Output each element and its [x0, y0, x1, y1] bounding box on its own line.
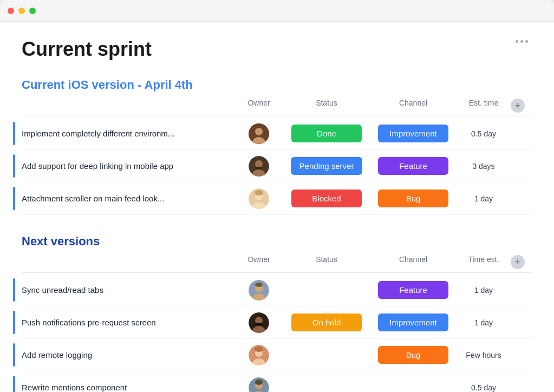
- avatar: [249, 377, 269, 393]
- next-table: Owner Status Channel Time est. + Sync un…: [22, 255, 532, 392]
- time-cell: 1 day: [457, 318, 511, 327]
- svg-rect-6: [255, 167, 263, 169]
- status-badge: On hold: [291, 313, 362, 331]
- ios-section-header: Current iOS version - April 4th: [22, 78, 532, 92]
- col-header-owner-2: Owner: [234, 255, 283, 269]
- svg-point-22: [255, 347, 263, 352]
- col-header-channel-1: Channel: [370, 99, 457, 113]
- channel-cell: Improvement: [370, 125, 457, 142]
- channel-badge: Bug: [378, 190, 448, 207]
- channel-badge: Improvement: [378, 125, 448, 142]
- col-header-task: [22, 99, 234, 113]
- time-cell: 3 days: [457, 162, 511, 171]
- row-title: Rewrite mentions component: [22, 383, 234, 392]
- channel-cell: Feature: [370, 157, 457, 175]
- more-options-button[interactable]: [511, 38, 532, 45]
- status-badge: Done: [291, 125, 362, 142]
- status-cell: On hold: [283, 313, 370, 331]
- next-section-title: Next versions: [22, 234, 100, 249]
- table-row: Add support for deep linking in mobile a…: [22, 150, 532, 182]
- row-title: Sync unread/read tabs: [22, 285, 234, 295]
- channel-cell: Bug: [370, 346, 457, 364]
- svg-rect-18: [255, 323, 263, 325]
- col-header-status-1: Status: [283, 99, 370, 113]
- table-row: Implement completely different environm.…: [22, 117, 532, 150]
- row-title: Add remote logging: [22, 350, 234, 360]
- time-cell: 0.5 day: [457, 383, 511, 392]
- page-title: Current sprint: [22, 38, 152, 61]
- col-header-time-1: Est. time: [457, 99, 511, 113]
- next-col-headers: Owner Status Channel Time est. +: [22, 255, 532, 273]
- add-row-button-next[interactable]: +: [511, 255, 525, 269]
- owner-cell: [234, 188, 283, 209]
- time-cell: 1 day: [457, 286, 511, 295]
- ios-table: Owner Status Channel Est. time + Impleme…: [22, 99, 532, 215]
- maximize-button[interactable]: [29, 8, 36, 14]
- ios-section-title: Current iOS version - April 4th: [22, 78, 193, 92]
- table-row: Add remote logging: [22, 339, 532, 371]
- status-badge: Blocked: [291, 190, 362, 207]
- status-cell: Blocked: [283, 190, 370, 207]
- table-row: Push notifications pre-request screen: [22, 306, 532, 339]
- svg-point-4: [255, 160, 263, 168]
- svg-point-10: [255, 190, 263, 195]
- add-row-button-ios[interactable]: +: [511, 99, 525, 113]
- row-title: Attachment scroller on main feed look...: [22, 194, 234, 203]
- col-header-time-2: Time est.: [457, 255, 511, 269]
- owner-cell: [234, 280, 283, 300]
- col-header-status-2: Status: [283, 255, 370, 269]
- row-title: Implement completely different environm.…: [22, 129, 234, 138]
- channel-badge: Feature: [378, 157, 448, 175]
- main-content: Current sprint Current iOS version - Apr…: [0, 22, 554, 392]
- channel-badge: Feature: [378, 281, 448, 299]
- time-cell: 1 day: [457, 194, 511, 203]
- status-badge: Pending server: [291, 157, 363, 175]
- ios-section: Current iOS version - April 4th Owner St…: [22, 78, 532, 215]
- ios-col-headers: Owner Status Channel Est. time +: [22, 99, 532, 116]
- status-cell: Pending server: [283, 157, 370, 175]
- svg-point-1: [255, 128, 263, 135]
- time-cell: 0.5 day: [457, 129, 511, 138]
- row-title: Add support for deep linking in mobile a…: [22, 161, 234, 171]
- next-section-header: Next versions: [22, 234, 532, 249]
- owner-cell: [234, 156, 283, 177]
- col-header-channel-2: Channel: [370, 255, 457, 269]
- table-row: Rewrite mentions component: [22, 371, 532, 392]
- avatar: [249, 188, 269, 209]
- owner-cell: [234, 123, 283, 144]
- time-cell: Few hours: [457, 351, 511, 360]
- owner-cell: [234, 312, 283, 333]
- channel-cell: Feature: [370, 281, 457, 299]
- avatar: [249, 156, 269, 177]
- close-button[interactable]: [8, 8, 14, 14]
- table-row: Attachment scroller on main feed look...: [22, 182, 532, 215]
- col-header-owner-1: Owner: [234, 99, 283, 113]
- title-bar: [0, 0, 554, 22]
- avatar: [249, 345, 269, 365]
- channel-cell: Improvement: [370, 313, 457, 331]
- avatar: [249, 312, 269, 333]
- avatar: [249, 123, 269, 144]
- col-header-task-2: [22, 255, 234, 269]
- owner-cell: [234, 377, 283, 393]
- minimize-button[interactable]: [18, 8, 25, 14]
- next-section: Next versions Owner Status Channel Time …: [22, 234, 532, 392]
- table-row: Sync unread/read tabs: [22, 274, 532, 306]
- avatar: [249, 280, 269, 300]
- channel-badge: Improvement: [378, 313, 448, 331]
- status-cell: Done: [283, 125, 370, 142]
- svg-point-26: [255, 380, 263, 385]
- svg-point-14: [255, 283, 263, 287]
- owner-cell: [234, 345, 283, 365]
- app-window: Current sprint Current iOS version - Apr…: [0, 0, 554, 392]
- page-header: Current sprint: [22, 38, 532, 61]
- channel-badge: Bug: [378, 346, 448, 364]
- row-title: Push notifications pre-request screen: [22, 318, 234, 327]
- channel-cell: Bug: [370, 190, 457, 207]
